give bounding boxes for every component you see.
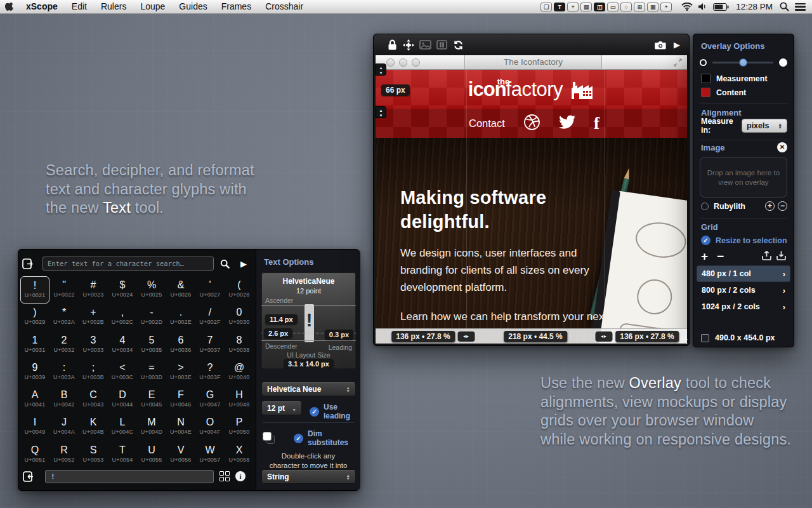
dribbble-icon[interactable] bbox=[523, 114, 540, 133]
zoom-traffic-light[interactable] bbox=[412, 58, 420, 67]
character-cell[interactable]: !U+0021 bbox=[20, 276, 49, 304]
character-cell[interactable]: 1U+0031 bbox=[20, 331, 49, 359]
character-cell[interactable]: =U+003D bbox=[137, 359, 166, 386]
character-cell[interactable]: MU+004D bbox=[137, 413, 166, 441]
import-presets-icon[interactable] bbox=[776, 250, 786, 263]
character-cell[interactable]: >U+003E bbox=[166, 359, 195, 386]
battery-icon[interactable] bbox=[713, 3, 729, 11]
custom-size-checkbox[interactable] bbox=[701, 334, 709, 342]
dim-substitutes-row[interactable]: ✓ Dim substitutes bbox=[263, 429, 360, 447]
volume-icon[interactable] bbox=[698, 3, 707, 11]
character-cell[interactable]: <U+003C bbox=[108, 359, 137, 386]
character-cell[interactable]: ;U+003B bbox=[79, 359, 108, 386]
character-cell[interactable]: WU+0057 bbox=[195, 441, 225, 469]
minimize-traffic-light[interactable] bbox=[399, 58, 407, 67]
character-cell[interactable]: 6U+0036 bbox=[166, 331, 195, 359]
rulers-tool-icon[interactable]: ▤ bbox=[580, 3, 592, 11]
window-resize-grip[interactable] bbox=[680, 337, 688, 344]
grid-preset-item[interactable]: 480 px / 1 col› bbox=[697, 265, 790, 282]
refresh-icon[interactable] bbox=[450, 40, 466, 50]
loupe-tool-icon[interactable]: ○ bbox=[620, 3, 632, 11]
character-cell[interactable]: )U+0029 bbox=[20, 304, 49, 331]
search-icon[interactable] bbox=[214, 259, 235, 269]
frames-tool-icon[interactable]: ▭ bbox=[607, 3, 619, 11]
content-color-swatch[interactable] bbox=[701, 88, 710, 97]
character-cell[interactable]: 7U+0037 bbox=[195, 331, 225, 359]
measurement-color-row[interactable]: Measurement bbox=[701, 74, 768, 83]
slider-track[interactable] bbox=[712, 62, 773, 64]
notification-list-icon[interactable] bbox=[795, 3, 806, 11]
character-cell[interactable]: &U+0026 bbox=[166, 276, 195, 304]
character-cell[interactable]: BU+0042 bbox=[49, 386, 79, 413]
columns-overlay-icon[interactable] bbox=[433, 40, 450, 50]
columns-tool-icon[interactable]: ◫ bbox=[594, 3, 605, 11]
measure-stepper-bottom[interactable]: ▲▼ bbox=[376, 106, 386, 118]
facebook-icon[interactable]: f bbox=[594, 115, 599, 132]
column-drag-handle[interactable]: ◂▸ bbox=[458, 331, 475, 342]
menu-item-frames[interactable]: Frames bbox=[214, 0, 258, 14]
apple-menu-icon[interactable] bbox=[0, 2, 19, 12]
menu-item-loupe[interactable]: Loupe bbox=[133, 0, 172, 14]
menu-item-guides[interactable]: Guides bbox=[172, 0, 214, 14]
character-cell[interactable]: KU+004B bbox=[79, 413, 108, 441]
character-cell[interactable]: -U+002D bbox=[137, 304, 166, 331]
character-cell[interactable]: +U+002B bbox=[79, 304, 108, 331]
character-cell[interactable]: EU+0045 bbox=[137, 386, 166, 413]
character-cell[interactable]: #U+0023 bbox=[79, 276, 108, 304]
text-tool-icon[interactable]: T bbox=[554, 3, 565, 11]
resize-to-selection-checkbox[interactable]: ✓ Resize to selection bbox=[701, 236, 787, 245]
column-guide-left[interactable] bbox=[466, 55, 467, 344]
iconfactory-logo[interactable]: theiconfactory bbox=[376, 70, 687, 109]
character-cell[interactable]: RU+0052 bbox=[49, 441, 79, 469]
opacity-max-icon[interactable] bbox=[779, 58, 787, 67]
character-cell[interactable]: VU+0056 bbox=[166, 441, 195, 469]
crosshair-tool-icon[interactable]: + bbox=[660, 3, 672, 11]
add-preset-button[interactable]: + bbox=[701, 251, 708, 262]
character-cell[interactable]: GU+0047 bbox=[195, 386, 225, 413]
character-cell[interactable]: AU+0041 bbox=[20, 386, 49, 413]
menu-item-xscope[interactable]: xScope bbox=[19, 0, 65, 14]
character-cell[interactable]: 5U+0035 bbox=[137, 331, 166, 359]
rubylith-radio[interactable] bbox=[701, 203, 709, 210]
menu-item-edit[interactable]: Edit bbox=[65, 0, 94, 14]
custom-size-row[interactable]: 490.0 x 454.0 px bbox=[701, 333, 775, 342]
character-cell[interactable]: HU+0048 bbox=[225, 386, 254, 413]
character-cell[interactable]: XU+0058 bbox=[225, 441, 254, 469]
zoom-out-icon[interactable]: − bbox=[778, 201, 787, 211]
use-leading-checkbox[interactable]: ✓ Use leading bbox=[310, 403, 360, 420]
character-cell[interactable]: 8U+0038 bbox=[225, 331, 254, 359]
character-cell[interactable]: 0U+0030 bbox=[225, 304, 254, 331]
mode-dropdown[interactable]: String ▲▼ bbox=[261, 469, 356, 484]
character-cell[interactable]: CU+0043 bbox=[79, 386, 108, 413]
character-cell[interactable]: @U+0040 bbox=[225, 359, 254, 386]
character-cell[interactable]: (U+0028 bbox=[225, 276, 254, 304]
character-cell[interactable]: JU+004A bbox=[49, 413, 79, 441]
character-cell[interactable]: 3U+0033 bbox=[79, 331, 108, 359]
character-cell[interactable]: 9U+0039 bbox=[20, 359, 49, 386]
grid-preset-item[interactable]: 800 px / 2 cols› bbox=[697, 282, 790, 298]
character-cell[interactable]: UU+0055 bbox=[137, 441, 166, 469]
nav-contact-link[interactable]: Contact bbox=[469, 117, 505, 130]
opacity-min-icon[interactable] bbox=[700, 59, 707, 66]
character-cell[interactable]: "U+0022 bbox=[49, 276, 79, 304]
zoom-in-icon[interactable]: + bbox=[765, 201, 775, 211]
character-cell[interactable]: DU+0044 bbox=[108, 386, 137, 413]
play-icon[interactable]: ▶ bbox=[669, 40, 685, 50]
opacity-slider[interactable] bbox=[700, 57, 787, 67]
character-cell[interactable]: IU+0049 bbox=[20, 413, 49, 441]
character-cell[interactable]: $U+0024 bbox=[108, 276, 137, 304]
paste-out-icon[interactable] bbox=[18, 258, 37, 269]
grid-view-icon[interactable] bbox=[214, 471, 235, 481]
character-cell[interactable]: *U+002A bbox=[49, 304, 79, 331]
character-cell[interactable]: ?U+003F bbox=[195, 359, 225, 386]
menu-bar-clock[interactable]: 12:28 PM bbox=[735, 2, 774, 11]
character-cell[interactable]: 2U+0032 bbox=[49, 331, 79, 359]
menu-item-crosshair[interactable]: Crosshair bbox=[258, 0, 310, 14]
remove-preset-button[interactable]: − bbox=[717, 251, 724, 262]
image-drop-zone[interactable]: Drop an image here to view on overlay bbox=[700, 157, 787, 197]
measure-stepper-top[interactable]: ▲▼ bbox=[376, 64, 386, 76]
character-cell[interactable]: PU+0050 bbox=[225, 413, 254, 441]
character-cell[interactable]: .U+002E bbox=[166, 304, 195, 331]
character-cell[interactable]: QU+0051 bbox=[20, 441, 49, 469]
lock-icon[interactable] bbox=[384, 39, 400, 50]
